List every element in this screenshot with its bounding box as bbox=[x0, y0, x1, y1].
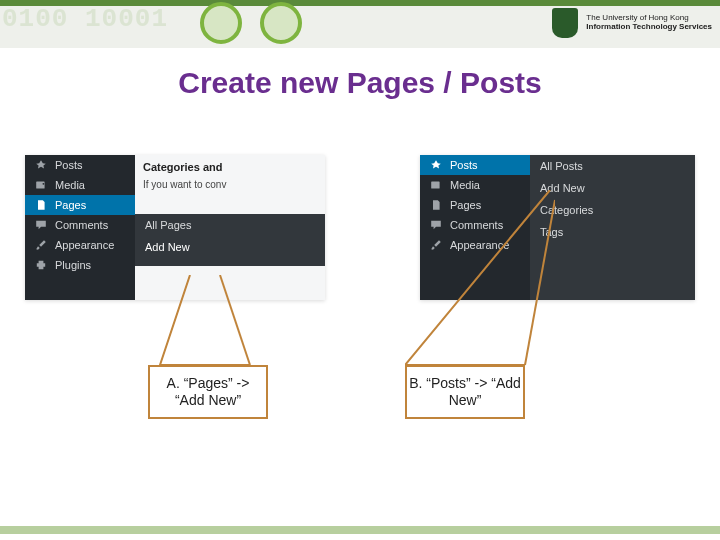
sidebar-item-comments[interactable]: Comments bbox=[25, 215, 135, 235]
sidebar-item-appearance[interactable]: Appearance bbox=[25, 235, 135, 255]
sidebar-label: Comments bbox=[450, 219, 503, 231]
wp-flyout-b: All Posts Add New Categories Tags bbox=[530, 155, 695, 300]
pin-icon bbox=[35, 159, 47, 171]
slide-title: Create new Pages / Posts bbox=[0, 66, 720, 100]
sidebar-label: Plugins bbox=[55, 259, 91, 271]
sidebar-label: Pages bbox=[55, 199, 86, 211]
sidebar-label: Comments bbox=[55, 219, 108, 231]
org-line-2: Information Technology Services bbox=[586, 23, 712, 32]
hku-shield-icon bbox=[552, 8, 578, 38]
sidebar-item-pages[interactable]: Pages bbox=[420, 195, 530, 215]
screenshot-a: Posts Media Pages Comments Appearance Pl… bbox=[25, 155, 325, 300]
callout-a: A. “Pages” -> “Add New” bbox=[148, 365, 268, 419]
page-icon bbox=[35, 199, 47, 211]
sidebar-label: Posts bbox=[55, 159, 83, 171]
binary-decor: 0100 10001 bbox=[2, 4, 168, 34]
sidebar-label: Posts bbox=[450, 159, 478, 171]
sidebar-item-appearance[interactable]: Appearance bbox=[420, 235, 530, 255]
hku-logo-block: The University of Hong Kong Information … bbox=[552, 8, 712, 38]
flyout-all-posts[interactable]: All Posts bbox=[530, 155, 695, 177]
sidebar-item-media[interactable]: Media bbox=[420, 175, 530, 195]
wp-content-a: Categories and If you want to conv All P… bbox=[135, 155, 325, 300]
top-banner: 0100 10001 The University of Hong Kong I… bbox=[0, 0, 720, 48]
svg-point-1 bbox=[43, 183, 45, 185]
bottom-bar bbox=[0, 526, 720, 534]
svg-rect-0 bbox=[36, 181, 44, 188]
page-icon bbox=[430, 199, 442, 211]
media-icon bbox=[430, 179, 442, 191]
plugin-icon bbox=[35, 259, 47, 271]
content-hint: If you want to conv bbox=[143, 179, 317, 190]
sidebar-label: Media bbox=[55, 179, 85, 191]
comment-icon bbox=[35, 219, 47, 231]
callout-a-text: A. “Pages” -> “Add New” bbox=[150, 375, 266, 410]
brush-icon bbox=[430, 239, 442, 251]
flyout-add-new[interactable]: Add New bbox=[135, 236, 325, 258]
photo-circle-2 bbox=[260, 2, 302, 44]
sidebar-item-posts[interactable]: Posts bbox=[25, 155, 135, 175]
pin-icon bbox=[430, 159, 442, 171]
callout-b-text: B. “Posts” -> “Add New” bbox=[407, 375, 523, 410]
comment-icon bbox=[430, 219, 442, 231]
flyout-tags[interactable]: Tags bbox=[530, 221, 695, 243]
screenshots-area: Posts Media Pages Comments Appearance Pl… bbox=[0, 155, 720, 320]
sidebar-item-comments[interactable]: Comments bbox=[420, 215, 530, 235]
wp-sidebar-a: Posts Media Pages Comments Appearance Pl… bbox=[25, 155, 135, 300]
sidebar-label: Appearance bbox=[55, 239, 114, 251]
svg-rect-2 bbox=[431, 181, 439, 188]
brush-icon bbox=[35, 239, 47, 251]
media-icon bbox=[35, 179, 47, 191]
flyout-add-new[interactable]: Add New bbox=[530, 177, 695, 199]
content-heading: Categories and bbox=[143, 161, 317, 173]
callout-b: B. “Posts” -> “Add New” bbox=[405, 365, 525, 419]
flyout-categories[interactable]: Categories bbox=[530, 199, 695, 221]
hku-text: The University of Hong Kong Information … bbox=[586, 14, 712, 32]
sidebar-label: Appearance bbox=[450, 239, 509, 251]
screenshot-b: Posts Media Pages Comments Appearance Al… bbox=[420, 155, 695, 300]
sidebar-item-plugins[interactable]: Plugins bbox=[25, 255, 135, 275]
photo-circle-1 bbox=[200, 2, 242, 44]
sidebar-item-pages[interactable]: Pages bbox=[25, 195, 135, 215]
sidebar-item-posts[interactable]: Posts bbox=[420, 155, 530, 175]
sidebar-label: Media bbox=[450, 179, 480, 191]
flyout-all-pages[interactable]: All Pages bbox=[135, 214, 325, 236]
sidebar-label: Pages bbox=[450, 199, 481, 211]
wp-sidebar-b: Posts Media Pages Comments Appearance bbox=[420, 155, 530, 300]
sidebar-item-media[interactable]: Media bbox=[25, 175, 135, 195]
